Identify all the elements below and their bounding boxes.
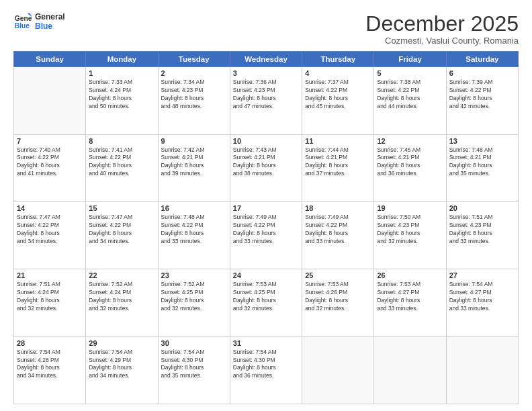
day-info: Sunrise: 7:53 AM Sunset: 4:26 PM Dayligh… <box>305 281 371 313</box>
calendar-cell: 9Sunrise: 7:42 AM Sunset: 4:21 PM Daylig… <box>158 134 230 201</box>
calendar-cell: 13Sunrise: 7:46 AM Sunset: 4:21 PM Dayli… <box>446 134 518 201</box>
week-row-1: 1Sunrise: 7:33 AM Sunset: 4:24 PM Daylig… <box>14 67 519 134</box>
day-info: Sunrise: 7:34 AM Sunset: 4:23 PM Dayligh… <box>161 79 227 111</box>
day-info: Sunrise: 7:50 AM Sunset: 4:23 PM Dayligh… <box>377 214 443 246</box>
day-number: 27 <box>449 271 515 279</box>
day-number: 22 <box>89 271 154 279</box>
day-info: Sunrise: 7:41 AM Sunset: 4:22 PM Dayligh… <box>89 146 154 179</box>
day-info: Sunrise: 7:52 AM Sunset: 4:24 PM Dayligh… <box>89 281 154 313</box>
calendar-cell: 29Sunrise: 7:54 AM Sunset: 4:29 PM Dayli… <box>86 336 158 404</box>
day-info: Sunrise: 7:39 AM Sunset: 4:22 PM Dayligh… <box>449 79 515 111</box>
day-number: 16 <box>161 204 227 212</box>
header-tuesday: Tuesday <box>158 52 230 67</box>
day-number: 17 <box>233 204 299 212</box>
calendar-cell: 11Sunrise: 7:44 AM Sunset: 4:21 PM Dayli… <box>302 134 374 201</box>
week-row-2: 7Sunrise: 7:40 AM Sunset: 4:22 PM Daylig… <box>14 134 519 201</box>
svg-text:Blue: Blue <box>15 23 30 30</box>
day-info: Sunrise: 7:54 AM Sunset: 4:30 PM Dayligh… <box>161 349 227 381</box>
calendar-cell: 31Sunrise: 7:54 AM Sunset: 4:30 PM Dayli… <box>230 336 302 404</box>
day-number: 30 <box>161 339 227 347</box>
day-info: Sunrise: 7:48 AM Sunset: 4:22 PM Dayligh… <box>161 214 227 246</box>
day-number: 26 <box>377 271 443 279</box>
calendar-cell <box>302 336 374 404</box>
calendar-cell: 24Sunrise: 7:53 AM Sunset: 4:25 PM Dayli… <box>230 269 302 336</box>
day-number: 7 <box>17 137 83 145</box>
header-thursday: Thursday <box>302 52 374 67</box>
day-info: Sunrise: 7:43 AM Sunset: 4:21 PM Dayligh… <box>233 146 299 179</box>
day-number: 5 <box>377 69 443 77</box>
day-number: 4 <box>305 69 371 77</box>
calendar-cell: 10Sunrise: 7:43 AM Sunset: 4:21 PM Dayli… <box>230 134 302 201</box>
calendar-cell: 7Sunrise: 7:40 AM Sunset: 4:22 PM Daylig… <box>14 134 86 201</box>
calendar-cell: 17Sunrise: 7:49 AM Sunset: 4:22 PM Dayli… <box>230 201 302 269</box>
header-saturday: Saturday <box>446 52 518 67</box>
calendar-cell: 1Sunrise: 7:33 AM Sunset: 4:24 PM Daylig… <box>86 67 158 134</box>
calendar-cell: 28Sunrise: 7:54 AM Sunset: 4:28 PM Dayli… <box>14 336 86 404</box>
day-number: 31 <box>233 339 299 347</box>
day-info: Sunrise: 7:47 AM Sunset: 4:22 PM Dayligh… <box>17 214 83 246</box>
day-info: Sunrise: 7:44 AM Sunset: 4:21 PM Dayligh… <box>305 146 371 179</box>
calendar-cell <box>446 336 518 404</box>
day-info: Sunrise: 7:36 AM Sunset: 4:23 PM Dayligh… <box>233 79 299 111</box>
calendar-cell: 3Sunrise: 7:36 AM Sunset: 4:23 PM Daylig… <box>230 67 302 134</box>
day-info: Sunrise: 7:47 AM Sunset: 4:22 PM Dayligh… <box>89 214 154 246</box>
day-number: 20 <box>449 204 515 212</box>
week-row-5: 28Sunrise: 7:54 AM Sunset: 4:28 PM Dayli… <box>14 336 519 404</box>
calendar-cell: 14Sunrise: 7:47 AM Sunset: 4:22 PM Dayli… <box>14 201 86 269</box>
day-info: Sunrise: 7:49 AM Sunset: 4:22 PM Dayligh… <box>305 214 371 246</box>
header-monday: Monday <box>86 52 158 67</box>
title-area: December 2025 Cozmesti, Vaslui County, R… <box>365 12 519 46</box>
calendar-cell: 25Sunrise: 7:53 AM Sunset: 4:26 PM Dayli… <box>302 269 374 336</box>
day-number: 8 <box>89 137 154 145</box>
calendar-cell: 16Sunrise: 7:48 AM Sunset: 4:22 PM Dayli… <box>158 201 230 269</box>
calendar-cell: 12Sunrise: 7:45 AM Sunset: 4:21 PM Dayli… <box>374 134 446 201</box>
day-info: Sunrise: 7:51 AM Sunset: 4:23 PM Dayligh… <box>449 214 515 246</box>
calendar-cell: 20Sunrise: 7:51 AM Sunset: 4:23 PM Dayli… <box>446 201 518 269</box>
day-number: 13 <box>449 137 515 145</box>
day-number: 28 <box>17 339 83 347</box>
day-info: Sunrise: 7:53 AM Sunset: 4:27 PM Dayligh… <box>377 281 443 313</box>
calendar-cell: 4Sunrise: 7:37 AM Sunset: 4:22 PM Daylig… <box>302 67 374 134</box>
day-number: 11 <box>305 137 371 145</box>
week-row-3: 14Sunrise: 7:47 AM Sunset: 4:22 PM Dayli… <box>14 201 519 269</box>
week-row-4: 21Sunrise: 7:51 AM Sunset: 4:24 PM Dayli… <box>14 269 519 336</box>
svg-text:General: General <box>15 15 32 22</box>
day-number: 29 <box>89 339 154 347</box>
day-number: 24 <box>233 271 299 279</box>
day-number: 1 <box>89 69 154 77</box>
calendar-cell: 8Sunrise: 7:41 AM Sunset: 4:22 PM Daylig… <box>86 134 158 201</box>
logo-line2: Blue <box>35 21 65 31</box>
day-info: Sunrise: 7:33 AM Sunset: 4:24 PM Dayligh… <box>89 79 154 111</box>
day-info: Sunrise: 7:38 AM Sunset: 4:22 PM Dayligh… <box>377 79 443 111</box>
calendar-cell: 21Sunrise: 7:51 AM Sunset: 4:24 PM Dayli… <box>14 269 86 336</box>
day-info: Sunrise: 7:49 AM Sunset: 4:22 PM Dayligh… <box>233 214 299 246</box>
calendar-cell: 26Sunrise: 7:53 AM Sunset: 4:27 PM Dayli… <box>374 269 446 336</box>
logo-line1: General <box>35 12 65 21</box>
day-number: 19 <box>377 204 443 212</box>
subtitle: Cozmesti, Vaslui County, Romania <box>365 36 519 46</box>
day-number: 3 <box>233 69 299 77</box>
day-info: Sunrise: 7:37 AM Sunset: 4:22 PM Dayligh… <box>305 79 371 111</box>
day-number: 6 <box>449 69 515 77</box>
calendar-header-row: SundayMondayTuesdayWednesdayThursdayFrid… <box>14 52 519 67</box>
day-number: 23 <box>161 271 227 279</box>
day-number: 18 <box>305 204 371 212</box>
day-info: Sunrise: 7:46 AM Sunset: 4:21 PM Dayligh… <box>449 146 515 179</box>
page: General Blue General Blue December 2025 … <box>0 0 532 411</box>
month-title: December 2025 <box>365 12 519 36</box>
calendar-cell: 23Sunrise: 7:52 AM Sunset: 4:25 PM Dayli… <box>158 269 230 336</box>
header-wednesday: Wednesday <box>230 52 302 67</box>
calendar-cell: 2Sunrise: 7:34 AM Sunset: 4:23 PM Daylig… <box>158 67 230 134</box>
day-info: Sunrise: 7:42 AM Sunset: 4:21 PM Dayligh… <box>161 146 227 179</box>
logo-icon: General Blue <box>13 12 32 31</box>
logo: General Blue General Blue <box>13 12 65 32</box>
day-number: 12 <box>377 137 443 145</box>
day-number: 25 <box>305 271 371 279</box>
day-number: 9 <box>161 137 227 145</box>
day-info: Sunrise: 7:54 AM Sunset: 4:28 PM Dayligh… <box>17 349 83 381</box>
calendar-cell <box>374 336 446 404</box>
calendar-cell: 22Sunrise: 7:52 AM Sunset: 4:24 PM Dayli… <box>86 269 158 336</box>
calendar-cell: 19Sunrise: 7:50 AM Sunset: 4:23 PM Dayli… <box>374 201 446 269</box>
calendar-cell: 15Sunrise: 7:47 AM Sunset: 4:22 PM Dayli… <box>86 201 158 269</box>
calendar-cell: 27Sunrise: 7:54 AM Sunset: 4:27 PM Dayli… <box>446 269 518 336</box>
